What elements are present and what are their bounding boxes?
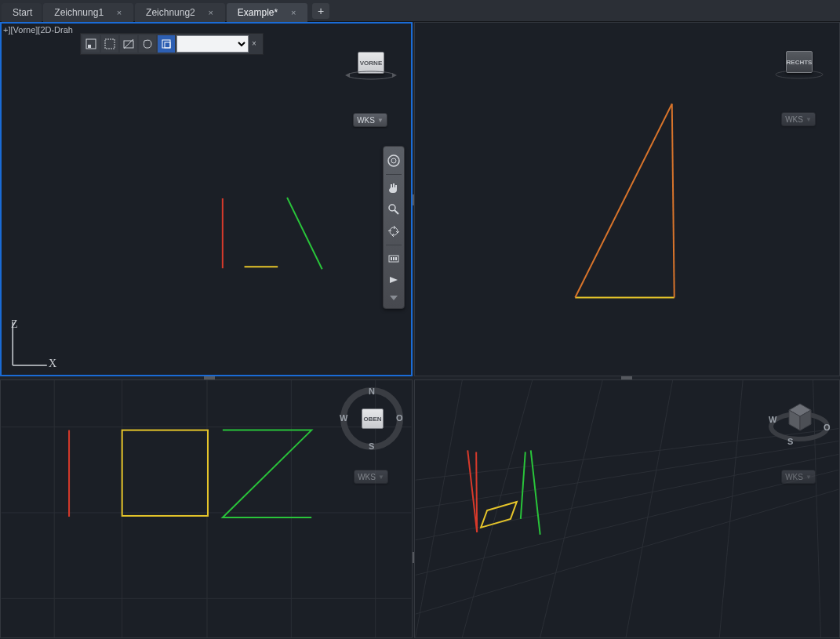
svg-line-52 — [476, 452, 477, 532]
viewcube-face[interactable]: OBEN — [362, 408, 384, 429]
svg-marker-23 — [390, 277, 398, 283]
viewport-iso[interactable]: W O S WKS ▼ — [414, 379, 840, 638]
separator — [386, 245, 402, 245]
separator — [386, 174, 402, 175]
tab-close-icon[interactable]: × — [206, 8, 216, 17]
tab-zeichnung2[interactable]: Zeichnung2 × — [135, 3, 225, 22]
compass-s: S — [369, 441, 374, 451]
tab-example[interactable]: Example* × — [227, 3, 307, 22]
viewcube-ring-icon — [772, 70, 827, 81]
svg-point-11 — [347, 71, 395, 79]
chevron-down-icon: ▼ — [805, 116, 812, 123]
orbit-icon[interactable] — [385, 222, 402, 241]
tab-label: Start — [13, 7, 32, 18]
select-similar-icon[interactable] — [158, 35, 175, 53]
svg-rect-38 — [122, 430, 208, 516]
new-tab-button[interactable]: + — [312, 3, 329, 19]
axis-z-label: Z — [11, 318, 18, 331]
document-tab-bar: Start Zeichnung1 × Zeichnung2 × Example*… — [0, 0, 840, 22]
tab-label: Example* — [238, 7, 278, 18]
svg-line-17 — [395, 210, 398, 214]
viewcube-compass[interactable]: W O S — [764, 383, 835, 454]
viewcube-compass[interactable]: N S W O OBEN — [336, 383, 407, 454]
tab-zeichnung1[interactable]: Zeichnung1 × — [43, 3, 133, 22]
svg-line-2 — [287, 198, 322, 269]
svg-line-45 — [416, 380, 463, 637]
pan-icon[interactable] — [385, 179, 402, 198]
wks-button[interactable]: WKS ▼ — [354, 470, 388, 484]
tab-start[interactable]: Start — [2, 3, 42, 22]
full-nav-wheel-icon[interactable] — [385, 151, 402, 170]
showmotion-icon[interactable] — [385, 249, 402, 268]
viewport-right[interactable]: RECHTS WKS ▼ — [414, 22, 840, 376]
svg-rect-20 — [391, 257, 392, 260]
viewcube[interactable]: RECHTS — [769, 51, 830, 89]
views-icon[interactable] — [385, 270, 402, 289]
svg-line-55 — [531, 450, 540, 534]
svg-marker-53 — [481, 502, 517, 528]
svg-rect-9 — [162, 40, 170, 48]
svg-line-27 — [672, 104, 675, 298]
svg-line-40 — [416, 489, 839, 614]
chevron-down-icon: ▼ — [377, 117, 384, 124]
svg-line-48 — [626, 380, 673, 637]
tab-label: Zeichnung2 — [146, 7, 195, 18]
svg-line-41 — [416, 470, 839, 575]
svg-point-16 — [389, 205, 395, 211]
viewport-front[interactable]: X Z +][Vorne][2D-Drah × VORNE WKS ▼ — [0, 22, 413, 376]
tab-close-icon[interactable]: × — [289, 8, 298, 17]
svg-rect-6 — [88, 45, 91, 48]
navbar-chevron-down-icon[interactable] — [385, 292, 402, 303]
viewcube[interactable]: VORNE — [340, 52, 402, 89]
wks-button[interactable]: WKS ▼ — [781, 470, 816, 484]
svg-rect-7 — [105, 39, 115, 49]
tab-label: Zeichnung1 — [54, 7, 104, 18]
svg-point-28 — [776, 71, 823, 78]
svg-point-15 — [391, 158, 396, 163]
selection-set-icon[interactable] — [82, 35, 100, 53]
quick-select-dropdown[interactable] — [176, 35, 249, 53]
viewport-corner-label[interactable]: +][Vorne][2D-Drah — [3, 25, 73, 34]
compass-n: N — [369, 387, 375, 396]
compass-o: O — [396, 413, 403, 423]
svg-line-47 — [540, 380, 603, 637]
viewport-top[interactable]: N S W O OBEN WKS ▼ — [0, 379, 413, 638]
wks-label: WKS — [785, 473, 803, 481]
lasso-icon[interactable] — [139, 35, 156, 53]
chevron-down-icon: ▼ — [378, 474, 384, 481]
compass-w: W — [340, 413, 347, 423]
compass-w: W — [769, 415, 776, 424]
svg-marker-13 — [392, 73, 397, 78]
chevron-down-icon: ▼ — [805, 474, 812, 481]
svg-rect-21 — [393, 257, 395, 260]
svg-line-26 — [575, 104, 671, 298]
quick-select-toolbar: × — [80, 33, 264, 55]
select-crossing-icon[interactable] — [120, 35, 137, 53]
wks-label: WKS — [357, 116, 375, 125]
wks-button[interactable]: WKS ▼ — [781, 112, 816, 126]
svg-point-14 — [388, 155, 399, 166]
compass-o: O — [824, 423, 831, 432]
zoom-icon[interactable] — [385, 200, 402, 219]
viewcube-ring-icon — [344, 71, 398, 82]
wks-button[interactable]: WKS ▼ — [353, 113, 387, 127]
wks-label: WKS — [785, 115, 803, 124]
quick-select-close-icon[interactable]: × — [252, 39, 261, 49]
svg-rect-10 — [165, 42, 170, 48]
navigation-bar — [383, 146, 405, 309]
tab-close-icon[interactable]: × — [115, 8, 124, 17]
svg-rect-22 — [395, 257, 397, 260]
select-window-icon[interactable] — [101, 35, 118, 53]
compass-s: S — [787, 437, 793, 446]
axis-x-label: X — [49, 358, 56, 370]
svg-line-42 — [416, 454, 839, 539]
svg-line-54 — [521, 452, 525, 518]
viewport-area: X Z +][Vorne][2D-Drah × VORNE WKS ▼ — [0, 22, 840, 639]
wks-label: WKS — [358, 473, 376, 481]
plus-icon: + — [318, 5, 324, 16]
svg-line-49 — [719, 380, 743, 637]
svg-marker-24 — [390, 296, 398, 300]
svg-marker-12 — [345, 73, 350, 78]
